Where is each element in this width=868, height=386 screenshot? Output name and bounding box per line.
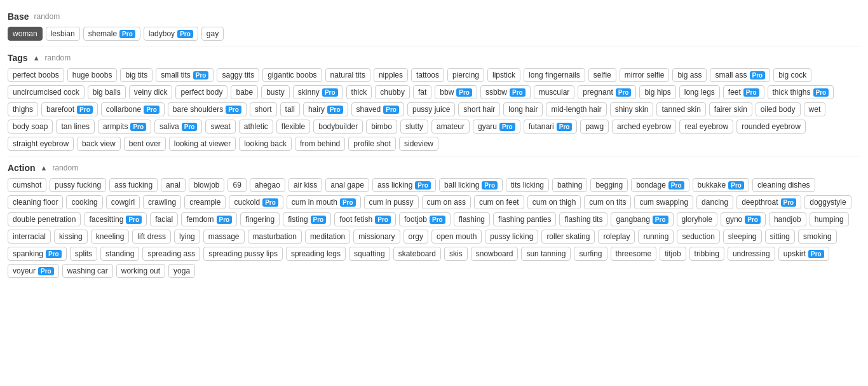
tag-cowgirl[interactable]: cowgirl [106,195,140,209]
tag-athletic[interactable]: athletic [239,120,273,134]
tag-gyno[interactable]: gynoPro [721,212,766,226]
tag-shemale[interactable]: shemalePro [83,27,140,41]
tag-chubby[interactable]: chubby [375,85,410,99]
tag-footjob[interactable]: footjobPro [399,212,451,226]
tag-roller-skating[interactable]: roller skating [541,230,595,244]
tag-armpits[interactable]: armpitsPro [98,120,151,134]
tag-kneeling[interactable]: kneeling [91,230,130,244]
tag-lesbian[interactable]: lesbian [46,27,80,41]
tag-cum-on-thigh[interactable]: cum on thigh [527,195,581,209]
tag-rounded-eyebrow[interactable]: rounded eyebrow [736,120,806,134]
tag-ladyboy[interactable]: ladyboyPro [144,27,198,41]
tag-fisting[interactable]: fistingPro [283,212,331,226]
tag-natural-tits[interactable]: natural tits [325,68,370,82]
tag-selfie[interactable]: selfie [588,68,616,82]
tag-splits[interactable]: splits [70,247,97,261]
tag-deepthroat[interactable]: deepthroatPro [736,195,801,209]
tag-thick[interactable]: thick [346,85,372,99]
tag-open-mouth[interactable]: open mouth [431,230,482,244]
tag-meditation[interactable]: meditation [305,230,350,244]
tag-facial[interactable]: facial [150,212,178,226]
tag-huge-boobs[interactable]: huge boobs [67,68,118,82]
tag-tanned-skin[interactable]: tanned skin [656,102,705,116]
tag-begging[interactable]: begging [590,178,628,192]
tag-titjob[interactable]: titjob [660,247,686,261]
tag-doggystyle[interactable]: doggystyle [804,195,851,209]
tag-fingering[interactable]: fingering [240,212,280,226]
tag-orgy[interactable]: orgy [403,230,428,244]
tag-cum-on-feet[interactable]: cum on feet [474,195,524,209]
tag-futanari[interactable]: futanariPro [524,120,578,134]
tag-cuckold[interactable]: cuckoldPro [229,195,283,209]
tag-mid-length-hair[interactable]: mid-length hair [546,102,606,116]
tag-sitting[interactable]: sitting [765,230,795,244]
tag-dancing[interactable]: dancing [696,195,733,209]
tag-humping[interactable]: humping [810,212,849,226]
tag-facesitting[interactable]: facesittingPro [84,212,147,226]
tag-flashing[interactable]: flashing [454,212,490,226]
tag-bbw[interactable]: bbwPro [435,85,477,99]
tag-bukkake[interactable]: bukkakePro [693,178,749,192]
tag-nipples[interactable]: nipples [374,68,408,82]
tag-working-out[interactable]: working out [116,264,165,278]
tag-looking-at-viewer[interactable]: looking at viewer [169,137,236,151]
tag-tribbing[interactable]: tribbing [689,247,724,261]
tag-slutty[interactable]: slutty [400,120,428,134]
tag-gloryhole[interactable]: gloryhole [677,212,718,226]
tag-roleplay[interactable]: roleplay [598,230,635,244]
tag-flashing-tits[interactable]: flashing tits [559,212,607,226]
tag-handjob[interactable]: handjob [769,212,806,226]
tag-busty[interactable]: busty [261,85,290,99]
tag-small-ass[interactable]: small assPro [710,68,770,82]
tag-cum-in-pussy[interactable]: cum in pussy [364,195,419,209]
tag-ssbbw[interactable]: ssbbwPro [480,85,531,99]
tag-air-kiss[interactable]: air kiss [288,178,322,192]
tag-ahegao[interactable]: ahegao [250,178,285,192]
tags-random[interactable]: random [45,53,71,62]
tag-ass-fucking[interactable]: ass fucking [109,178,158,192]
tag-gigantic-boobs[interactable]: gigantic boobs [262,68,322,82]
tag-pawg[interactable]: pawg [580,120,609,134]
tag-big-hips[interactable]: big hips [639,85,675,99]
tag-muscular[interactable]: muscular [534,85,575,99]
tag-gyaru[interactable]: gyaruPro [473,120,520,134]
tag-oiled-body[interactable]: oiled body [756,102,801,116]
tag-long-legs[interactable]: long legs [679,85,720,99]
tag-body-soap[interactable]: body soap [8,120,53,134]
tag-hairy[interactable]: hairyPro [303,102,348,116]
tag-squatting[interactable]: squatting [349,247,390,261]
tag-profile-shot[interactable]: profile shot [348,137,396,151]
tags-chevron[interactable]: ▲ [33,54,40,62]
tag-interracial[interactable]: interracial [8,230,51,244]
tag-arched-eyebrow[interactable]: arched eyebrow [612,120,676,134]
tag-uncircumcised-cock[interactable]: uncircumcised cock [8,85,85,99]
tag-cleaning-floor[interactable]: cleaning floor [8,195,63,209]
tag-sun-tanning[interactable]: sun tanning [521,247,571,261]
tag-flashing-panties[interactable]: flashing panties [493,212,556,226]
tag-shaved[interactable]: shavedPro [351,102,404,116]
tag-real-eyebrow[interactable]: real eyebrow [679,120,733,134]
tag-bathing[interactable]: bathing [552,178,587,192]
tag-saliva[interactable]: salivaPro [154,120,202,134]
tag-gangbang[interactable]: gangbangPro [611,212,673,226]
tag-long-hair[interactable]: long hair [503,102,543,116]
tag-piercing[interactable]: piercing [447,68,484,82]
tag-sideview[interactable]: sideview [399,137,438,151]
tag-smoking[interactable]: smoking [798,230,837,244]
tag-pussy-fucking[interactable]: pussy fucking [50,178,106,192]
tag-running[interactable]: running [638,230,674,244]
tag-cum-swapping[interactable]: cum swapping [634,195,693,209]
tag-double-penetration[interactable]: double penetration [8,212,81,226]
tag-looking-back[interactable]: looking back [239,137,292,151]
tag-big-tits[interactable]: big tits [120,68,153,82]
tag-flexible[interactable]: flexible [276,120,310,134]
tag-lying[interactable]: lying [174,230,200,244]
tag-cum-on-ass[interactable]: cum on ass [422,195,471,209]
tag-tan-lines[interactable]: tan lines [56,120,95,134]
tag-small-tits[interactable]: small titsPro [156,68,214,82]
tag-sweat[interactable]: sweat [205,120,235,134]
tag-yoga[interactable]: yoga [168,264,195,278]
tag-big-cock[interactable]: big cock [773,68,811,82]
tag-skis[interactable]: skis [444,247,468,261]
tag-pussy-juice[interactable]: pussy juice [407,102,455,116]
